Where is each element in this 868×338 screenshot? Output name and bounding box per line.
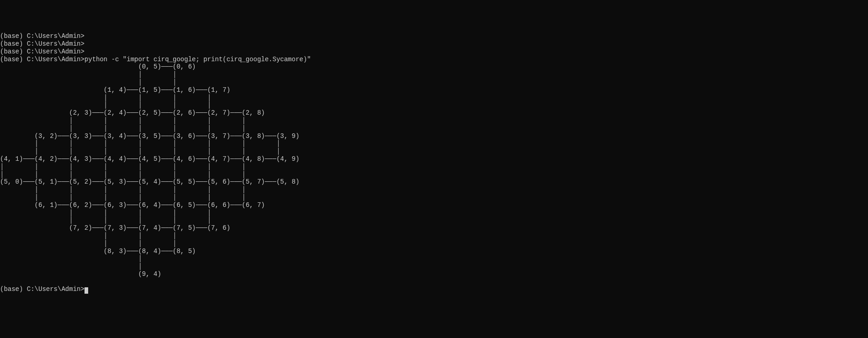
output-line: │ │ │ │ bbox=[0, 101, 868, 109]
output-line: │ │ │ │ bbox=[0, 94, 868, 102]
output-line: │ │ │ │ │ bbox=[0, 209, 868, 217]
output-line: (6, 1)───(6, 2)───(6, 3)───(6, 4)───(6, … bbox=[0, 201, 868, 209]
output-line: (0, 5)───(0, 6) bbox=[0, 63, 868, 71]
output-line: │ │ │ │ │ │ │ bbox=[0, 194, 868, 201]
output-line: │ │ │ │ │ │ │ │ bbox=[0, 148, 868, 155]
output-line: │ │ bbox=[0, 79, 868, 86]
output-line: │ │ │ │ │ │ │ bbox=[0, 186, 868, 194]
prompt-line: (base) C:\Users\Admin> bbox=[0, 48, 868, 56]
command-line: (base) C:\Users\Admin>python -c "import … bbox=[0, 56, 868, 63]
output-line: │ │ │ bbox=[0, 240, 868, 248]
output-line: (5, 0)───(5, 1)───(5, 2)───(5, 3)───(5, … bbox=[0, 178, 868, 186]
output-line: (2, 3)───(2, 4)───(2, 5)───(2, 6)───(2, … bbox=[0, 109, 868, 117]
output-line: │ │ │ │ │ │ bbox=[0, 125, 868, 132]
output-line: (9, 4) bbox=[0, 270, 868, 278]
output-line: (7, 2)───(7, 3)───(7, 4)───(7, 5)───(7, … bbox=[0, 224, 868, 232]
cursor bbox=[85, 287, 88, 294]
output-line: │ │ │ │ │ │ │ │ bbox=[0, 140, 868, 148]
output-line: (3, 2)───(3, 3)───(3, 4)───(3, 5)───(3, … bbox=[0, 132, 868, 140]
output-line: │ │ │ │ │ │ bbox=[0, 117, 868, 125]
prompt-line: (base) C:\Users\Admin> bbox=[0, 32, 868, 40]
output-line: │ │ bbox=[0, 71, 868, 79]
output-line: │ │ │ │ │ bbox=[0, 217, 868, 224]
output-line: │ │ │ │ │ │ │ │ bbox=[0, 163, 868, 171]
blank-line bbox=[0, 278, 868, 286]
output-line: │ │ │ bbox=[0, 232, 868, 240]
prompt-line-active[interactable]: (base) C:\Users\Admin> bbox=[0, 285, 868, 293]
output-line: │ bbox=[0, 263, 868, 270]
terminal-output[interactable]: (base) C:\Users\Admin>(base) C:\Users\Ad… bbox=[0, 32, 868, 293]
output-line: │ │ │ │ │ │ │ │ bbox=[0, 171, 868, 179]
prompt-line: (base) C:\Users\Admin> bbox=[0, 40, 868, 48]
output-line: │ bbox=[0, 255, 868, 263]
output-line: (1, 4)───(1, 5)───(1, 6)───(1, 7) bbox=[0, 86, 868, 94]
output-line: (4, 1)───(4, 2)───(4, 3)───(4, 4)───(4, … bbox=[0, 155, 868, 163]
output-line: (8, 3)───(8, 4)───(8, 5) bbox=[0, 248, 868, 255]
